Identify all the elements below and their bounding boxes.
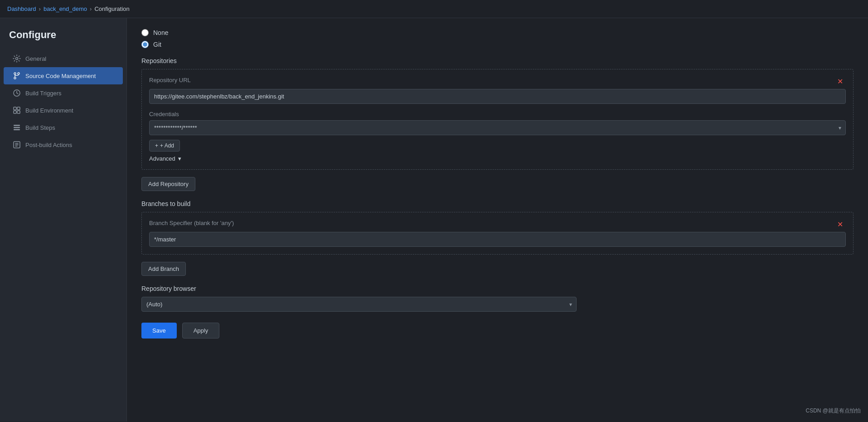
branch-box: Branch Specifier (blank for 'any') ✕ bbox=[141, 212, 853, 255]
svg-point-0 bbox=[16, 58, 18, 60]
breadcrumb-current: Configuration bbox=[94, 5, 129, 12]
breadcrumb-sep-2: › bbox=[90, 5, 92, 12]
repo-url-input[interactable] bbox=[149, 89, 846, 104]
repo-url-label: Repository URL bbox=[149, 77, 191, 83]
plus-icon: + bbox=[155, 142, 158, 149]
sidebar-item-environment-label: Build Environment bbox=[25, 107, 73, 114]
svg-rect-7 bbox=[14, 111, 16, 113]
svg-rect-8 bbox=[17, 111, 20, 113]
svg-rect-5 bbox=[14, 107, 16, 110]
breadcrumb-sep-1: › bbox=[39, 5, 41, 12]
sidebar: Configure General Source Code Management bbox=[0, 18, 127, 422]
advanced-label: Advanced bbox=[149, 155, 175, 162]
sidebar-item-general-label: General bbox=[25, 55, 46, 62]
remove-branch-button[interactable]: ✕ bbox=[834, 220, 846, 229]
svg-rect-9 bbox=[14, 125, 20, 126]
breadcrumb: Dashboard › back_end_demo › Configuratio… bbox=[0, 0, 868, 18]
sidebar-item-build-steps[interactable]: Build Steps bbox=[4, 119, 123, 136]
apply-button[interactable]: Apply bbox=[182, 323, 220, 339]
sidebar-item-build-triggers[interactable]: Build Triggers bbox=[4, 84, 123, 102]
branch-specifier-label: Branch Specifier (blank for 'any') bbox=[149, 220, 234, 226]
radio-none[interactable] bbox=[141, 29, 149, 36]
repo-url-header: Repository URL ✕ bbox=[149, 77, 846, 86]
breadcrumb-dashboard[interactable]: Dashboard bbox=[7, 5, 36, 12]
credentials-label: Credentials bbox=[149, 111, 846, 118]
repo-browser-select[interactable]: (Auto) bbox=[141, 297, 577, 312]
add-repository-button[interactable]: Add Repository bbox=[141, 177, 195, 191]
sidebar-item-post-build[interactable]: Post-build Actions bbox=[4, 136, 123, 153]
sidebar-item-general[interactable]: General bbox=[4, 50, 123, 67]
credentials-select[interactable]: ************/****** bbox=[149, 120, 846, 135]
svg-point-1 bbox=[14, 77, 16, 79]
svg-rect-11 bbox=[14, 129, 20, 131]
radio-none-text: None bbox=[153, 29, 168, 36]
chevron-down-icon: ▾ bbox=[178, 155, 181, 162]
sidebar-item-steps-label: Build Steps bbox=[25, 124, 55, 131]
clock-icon bbox=[13, 89, 21, 97]
radio-git-text: Git bbox=[153, 41, 161, 48]
svg-rect-10 bbox=[14, 127, 20, 128]
radio-none-label[interactable]: None bbox=[141, 29, 853, 36]
sidebar-title: Configure bbox=[0, 25, 126, 50]
radio-git-label[interactable]: Git bbox=[141, 41, 853, 48]
add-branch-button[interactable]: Add Branch bbox=[141, 262, 186, 276]
watermark: CSDN @就是有点怕怕 bbox=[805, 407, 861, 415]
repository-box: Repository URL ✕ Credentials ***********… bbox=[141, 69, 853, 170]
git-icon bbox=[13, 72, 21, 80]
repo-browser-select-wrapper: (Auto) ▾ bbox=[141, 297, 577, 312]
branches-label: Branches to build bbox=[141, 200, 853, 207]
repo-browser-label: Repository browser bbox=[141, 285, 853, 292]
advanced-toggle-button[interactable]: Advanced ▾ bbox=[149, 155, 181, 162]
remove-repo-button[interactable]: ✕ bbox=[834, 77, 846, 86]
repositories-label: Repositories bbox=[141, 57, 853, 64]
post-icon bbox=[13, 141, 21, 149]
sidebar-item-postbuild-label: Post-build Actions bbox=[25, 142, 72, 148]
svg-rect-6 bbox=[17, 107, 20, 110]
branch-specifier-input[interactable] bbox=[149, 232, 846, 247]
sidebar-item-build-environment[interactable]: Build Environment bbox=[4, 102, 123, 119]
credentials-row: ************/****** ▾ bbox=[149, 120, 846, 135]
add-credentials-button[interactable]: + + Add bbox=[149, 140, 180, 152]
svg-point-2 bbox=[14, 73, 16, 74]
save-button[interactable]: Save bbox=[141, 323, 177, 339]
radio-git[interactable] bbox=[141, 41, 149, 48]
breadcrumb-project[interactable]: back_end_demo bbox=[44, 5, 87, 12]
steps-icon bbox=[13, 123, 21, 132]
sidebar-item-triggers-label: Build Triggers bbox=[25, 90, 61, 97]
credentials-select-wrapper: ************/****** ▾ bbox=[149, 120, 846, 135]
add-credentials-label: + Add bbox=[160, 142, 174, 149]
sidebar-item-source-label: Source Code Management bbox=[25, 73, 96, 79]
main-content: None Git Repositories Repository URL ✕ C… bbox=[127, 18, 868, 422]
action-bar: Save Apply bbox=[141, 315, 853, 346]
scm-radio-group: None Git bbox=[141, 29, 853, 48]
gear-icon bbox=[13, 54, 21, 63]
grid-icon bbox=[13, 106, 21, 114]
sidebar-item-source-code[interactable]: Source Code Management bbox=[4, 67, 123, 84]
branch-specifier-header: Branch Specifier (blank for 'any') ✕ bbox=[149, 220, 846, 229]
svg-point-3 bbox=[18, 73, 19, 74]
